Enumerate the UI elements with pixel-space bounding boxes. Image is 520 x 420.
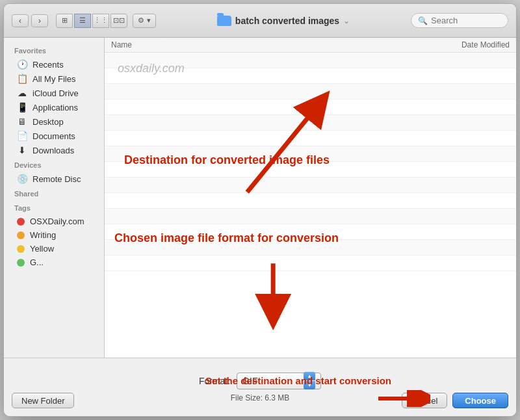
tag-writing-dot xyxy=(17,231,25,239)
folder-icon xyxy=(217,16,231,26)
recents-label: Recents xyxy=(32,60,64,70)
toolbar: ‹ › ⊞ ☰ ⋮⋮ ⊡⊡ ⚙ ▾ batch converted images… xyxy=(4,4,516,38)
format-label: Format: xyxy=(199,376,230,386)
table-row xyxy=(105,193,516,209)
file-rows: osxdaily.com xyxy=(105,53,516,358)
all-my-files-icon: 📋 xyxy=(17,73,27,84)
icon-view-button[interactable]: ⊞ xyxy=(56,14,73,28)
list-view-button[interactable]: ☰ xyxy=(74,14,91,28)
select-up-arrow: ▲ xyxy=(304,372,315,380)
new-folder-button[interactable]: New Folder xyxy=(12,393,74,408)
remote-disc-label: Remote Disc xyxy=(32,174,81,184)
breadcrumb-chevron: ⌄ xyxy=(343,16,350,25)
tags-label: Tags xyxy=(4,200,104,215)
sidebar: Favorites 🕐 Recents 📋 All My Files ☁ iCl… xyxy=(4,38,105,358)
date-modified-header: Date Modified xyxy=(406,40,510,49)
sidebar-item-remote-disc[interactable]: 💿 Remote Disc xyxy=(6,172,101,186)
sidebar-item-tag-green[interactable]: G... xyxy=(6,256,101,269)
downloads-icon: ⬇ xyxy=(17,145,27,155)
favorites-label: Favorites xyxy=(4,43,104,57)
search-box[interactable]: 🔍 xyxy=(411,13,508,28)
table-row xyxy=(105,177,516,193)
icloud-drive-label: iCloud Drive xyxy=(32,88,79,98)
tag-osxdaily-dot xyxy=(17,218,25,226)
table-row xyxy=(105,84,516,99)
applications-label: Applications xyxy=(32,103,78,112)
watermark: osxdaily.com xyxy=(118,62,185,75)
format-row: Format: GIF ▲ ▼ xyxy=(199,373,321,389)
sidebar-item-tag-yellow[interactable]: Yellow xyxy=(6,242,101,256)
cancel-button[interactable]: Cancel xyxy=(402,393,447,408)
documents-icon: 📄 xyxy=(17,131,27,141)
tag-yellow-dot xyxy=(17,245,25,253)
applications-icon: 📱 xyxy=(17,102,27,112)
tag-writing-label: Writing xyxy=(30,230,56,240)
finder-window: ‹ › ⊞ ☰ ⋮⋮ ⊡⊡ ⚙ ▾ batch converted images… xyxy=(3,3,517,417)
file-area: Name Date Modified osxdai xyxy=(105,38,516,358)
sidebar-item-applications[interactable]: 📱 Applications xyxy=(6,100,101,114)
sidebar-item-recents[interactable]: 🕐 Recents xyxy=(6,57,101,72)
cover-flow-button[interactable]: ⊡⊡ xyxy=(110,14,127,28)
file-list-header: Name Date Modified xyxy=(105,38,516,53)
column-view-button[interactable]: ⋮⋮ xyxy=(92,14,109,28)
table-row xyxy=(105,146,516,162)
downloads-label: Downloads xyxy=(32,146,74,155)
right-buttons: Cancel Choose xyxy=(402,393,508,408)
remote-disc-icon: 💿 xyxy=(17,174,27,184)
tag-yellow-label: Yellow xyxy=(30,244,54,254)
table-row xyxy=(105,224,516,240)
breadcrumb-area: batch converted images ⌄ xyxy=(161,16,406,26)
tag-green-label: G... xyxy=(30,257,44,267)
right-button-area: Set the destination and start conversion… xyxy=(402,393,508,408)
view-buttons: ⊞ ☰ ⋮⋮ ⊡⊡ xyxy=(56,14,127,28)
name-header: Name xyxy=(111,40,406,49)
breadcrumb-title: batch converted images xyxy=(235,16,339,26)
table-row xyxy=(105,162,516,177)
table-row xyxy=(105,256,516,271)
sidebar-item-tag-osxdaily[interactable]: OSXDaily.com xyxy=(6,215,101,228)
main-content: Favorites 🕐 Recents 📋 All My Files ☁ iCl… xyxy=(4,38,516,358)
desktop-icon: 🖥 xyxy=(17,116,27,127)
sidebar-item-documents[interactable]: 📄 Documents xyxy=(6,129,101,143)
bottom-actions: New Folder Set the destination and start… xyxy=(12,393,508,408)
sidebar-item-desktop[interactable]: 🖥 Desktop xyxy=(6,114,101,129)
tag-osxdaily-label: OSXDaily.com xyxy=(30,217,84,226)
select-down-arrow: ▼ xyxy=(304,381,315,389)
table-row xyxy=(105,99,516,115)
format-select[interactable]: GIF ▲ ▼ xyxy=(237,373,321,389)
action-button[interactable]: ⚙ ▾ xyxy=(133,14,156,28)
all-my-files-label: All My Files xyxy=(32,74,75,84)
tag-green-dot xyxy=(17,259,25,267)
table-row xyxy=(105,240,516,256)
nav-buttons: ‹ › xyxy=(12,14,48,27)
back-button[interactable]: ‹ xyxy=(12,14,29,27)
recents-icon: 🕐 xyxy=(17,59,27,70)
sidebar-item-all-my-files[interactable]: 📋 All My Files xyxy=(6,72,101,86)
format-value: GIF xyxy=(242,376,257,386)
search-input[interactable] xyxy=(431,16,501,25)
sidebar-item-downloads[interactable]: ⬇ Downloads xyxy=(6,143,101,157)
shared-label: Shared xyxy=(4,186,104,200)
table-row xyxy=(105,131,516,146)
sidebar-item-tag-writing[interactable]: Writing xyxy=(6,228,101,242)
icloud-drive-icon: ☁ xyxy=(17,88,27,98)
table-row xyxy=(105,209,516,224)
devices-label: Devices xyxy=(4,157,104,172)
forward-button[interactable]: › xyxy=(31,14,48,27)
desktop-label: Desktop xyxy=(32,117,64,127)
sidebar-item-icloud-drive[interactable]: ☁ iCloud Drive xyxy=(6,86,101,100)
choose-button[interactable]: Choose xyxy=(452,393,508,408)
search-icon: 🔍 xyxy=(418,16,428,25)
select-arrows: ▲ ▼ xyxy=(304,372,315,389)
bottom-bar: Format: GIF ▲ ▼ File Size: 6.3 MB New Fo… xyxy=(4,358,516,416)
documents-label: Documents xyxy=(32,131,75,141)
table-row xyxy=(105,115,516,131)
